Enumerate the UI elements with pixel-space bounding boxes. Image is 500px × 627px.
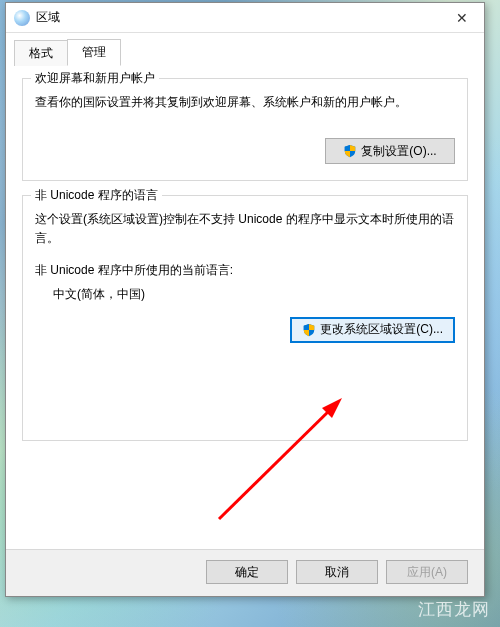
current-language-value: 中文(简体，中国) xyxy=(35,286,455,303)
ok-button[interactable]: 确定 xyxy=(206,560,288,584)
title-text: 区域 xyxy=(36,9,439,26)
globe-icon xyxy=(14,10,30,26)
tab-format[interactable]: 格式 xyxy=(14,40,68,67)
titlebar: 区域 ✕ xyxy=(6,3,484,33)
apply-button[interactable]: 应用(A) xyxy=(386,560,468,584)
shield-icon xyxy=(302,323,316,337)
group-non-unicode: 非 Unicode 程序的语言 这个设置(系统区域设置)控制在不支持 Unico… xyxy=(22,195,468,441)
copy-settings-label: 复制设置(O)... xyxy=(361,143,436,160)
watermark-text: 江西龙网 xyxy=(418,598,490,621)
close-icon: ✕ xyxy=(456,10,468,26)
tab-strip: 格式 管理 xyxy=(6,33,484,67)
current-language-label: 非 Unicode 程序中所使用的当前语言: xyxy=(35,261,455,280)
change-system-locale-button[interactable]: 更改系统区域设置(C)... xyxy=(290,317,455,343)
shield-icon xyxy=(343,144,357,158)
tab-admin[interactable]: 管理 xyxy=(67,39,121,66)
group-welcome-screen: 欢迎屏幕和新用户帐户 查看你的国际设置并将其复制到欢迎屏幕、系统帐户和新的用户帐… xyxy=(22,78,468,181)
group-welcome-text: 查看你的国际设置并将其复制到欢迎屏幕、系统帐户和新的用户帐户。 xyxy=(35,93,455,112)
dialog-buttons: 确定 取消 应用(A) xyxy=(6,549,484,596)
dialog-content: 欢迎屏幕和新用户帐户 查看你的国际设置并将其复制到欢迎屏幕、系统帐户和新的用户帐… xyxy=(6,66,484,549)
group-non-unicode-text: 这个设置(系统区域设置)控制在不支持 Unicode 的程序中显示文本时所使用的… xyxy=(35,210,455,248)
change-system-locale-label: 更改系统区域设置(C)... xyxy=(320,321,443,338)
group-non-unicode-title: 非 Unicode 程序的语言 xyxy=(31,187,162,204)
region-dialog: 区域 ✕ 格式 管理 欢迎屏幕和新用户帐户 查看你的国际设置并将其复制到欢迎屏幕… xyxy=(5,2,485,597)
close-button[interactable]: ✕ xyxy=(439,3,484,33)
cancel-button[interactable]: 取消 xyxy=(296,560,378,584)
copy-settings-button[interactable]: 复制设置(O)... xyxy=(325,138,455,164)
group-welcome-title: 欢迎屏幕和新用户帐户 xyxy=(31,70,159,87)
